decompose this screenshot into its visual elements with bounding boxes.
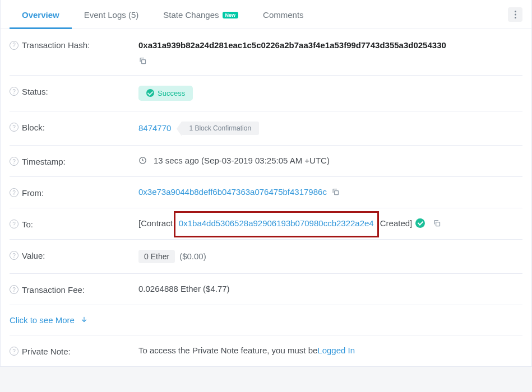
- from-address-link[interactable]: 0x3e73a9044b8deff6b047363a076475bf431798…: [138, 187, 327, 197]
- tabs-bar: Overview Event Logs (5) State Changes Ne…: [1, 0, 531, 29]
- help-icon[interactable]: ?: [10, 123, 18, 132]
- label-status: ? Status:: [10, 86, 138, 96]
- svg-point-0: [515, 11, 516, 12]
- verify-icon: [415, 218, 425, 228]
- svg-point-1: [515, 13, 516, 15]
- see-more-text: Click to see More: [10, 315, 75, 325]
- tab-comments[interactable]: Comments: [251, 0, 316, 29]
- row-value: ? Value: 0 Ether ($0.00): [10, 240, 522, 274]
- label-text: Status:: [22, 87, 48, 96]
- fee-text: 0.0264888 Ether ($4.77): [138, 284, 230, 293]
- label-fee: ? Transaction Fee:: [10, 284, 138, 295]
- see-more-link[interactable]: Click to see More: [10, 305, 522, 335]
- highlight-box: 0x1ba4dd5306528a92906193b070980ccb2322a2…: [174, 211, 379, 237]
- logged-in-link[interactable]: Logged In: [317, 346, 355, 355]
- value-fee: 0.0264888 Ether ($4.77): [138, 284, 522, 293]
- label-from: ? From:: [10, 187, 138, 198]
- block-confirmation-badge: 1 Block Confirmation: [181, 122, 259, 135]
- help-icon[interactable]: ?: [10, 251, 18, 260]
- value-tx-hash: 0xa31a939b82a24d281eac1c5c0226a2b7aa3f4e…: [138, 39, 522, 65]
- value-private-note: To access the Private Note feature, you …: [138, 346, 522, 355]
- label-text: Block:: [22, 123, 45, 132]
- help-icon[interactable]: ?: [10, 41, 18, 50]
- to-prefix: [Contract: [138, 218, 173, 228]
- label-private-note: ? Private Note:: [10, 346, 138, 356]
- tab-overview[interactable]: Overview: [10, 0, 72, 29]
- block-number-link[interactable]: 8474770: [138, 123, 171, 133]
- row-from: ? From: 0x3e73a9044b8deff6b047363a076475…: [10, 177, 522, 208]
- value-from: 0x3e73a9044b8deff6b047363a076475bf431798…: [138, 187, 522, 197]
- label-text: To:: [22, 220, 33, 229]
- value-timestamp: 13 secs ago (Sep-03-2019 03:25:05 AM +UT…: [138, 156, 522, 165]
- new-badge: New: [223, 12, 239, 18]
- help-icon[interactable]: ?: [10, 347, 18, 356]
- help-icon[interactable]: ?: [10, 285, 18, 294]
- to-address-link[interactable]: 0x1ba4dd5306528a92906193b070980ccb2322a2…: [179, 218, 374, 228]
- svg-rect-6: [436, 222, 440, 226]
- tab-state-changes-label: State Changes: [163, 10, 219, 20]
- row-fee: ? Transaction Fee: 0.0264888 Ether ($4.7…: [10, 274, 522, 305]
- help-icon[interactable]: ?: [10, 157, 18, 166]
- row-private-note: ? Private Note: To access the Private No…: [10, 335, 522, 366]
- private-note-text: To access the Private Note feature, you …: [138, 346, 317, 355]
- label-text: Transaction Fee:: [22, 285, 85, 295]
- usd-value: ($0.00): [179, 251, 206, 261]
- label-text: From:: [22, 188, 44, 198]
- timestamp-text: 13 secs ago (Sep-03-2019 03:25:05 AM +UT…: [154, 156, 330, 165]
- transaction-panel: Overview Event Logs (5) State Changes Ne…: [0, 0, 532, 367]
- help-icon[interactable]: ?: [10, 220, 18, 228]
- clock-icon: [138, 156, 147, 165]
- help-icon[interactable]: ?: [10, 188, 18, 197]
- ether-badge: 0 Ether: [138, 250, 175, 263]
- tab-event-logs[interactable]: Event Logs (5): [72, 0, 151, 29]
- svg-rect-3: [142, 59, 146, 63]
- tab-state-changes[interactable]: State Changes New: [151, 0, 251, 29]
- copy-icon[interactable]: [433, 219, 441, 227]
- help-icon[interactable]: ?: [10, 87, 18, 96]
- value-status: Success: [138, 86, 522, 101]
- value-value: 0 Ether ($0.00): [138, 250, 522, 263]
- label-text: Timestamp:: [22, 157, 66, 166]
- more-menu-button[interactable]: [508, 7, 522, 22]
- kebab-icon: [515, 11, 516, 18]
- content-area: ? Transaction Hash: 0xa31a939b82a24d281e…: [1, 29, 531, 366]
- status-text: Success: [158, 89, 185, 97]
- row-status: ? Status: Success: [10, 76, 522, 111]
- value-block: 8474770 1 Block Confirmation: [138, 122, 522, 135]
- label-text: Private Note:: [22, 347, 71, 356]
- label-block: ? Block:: [10, 122, 138, 132]
- value-to: [Contract 0x1ba4dd5306528a92906193b07098…: [138, 218, 522, 228]
- label-value: ? Value:: [10, 250, 138, 260]
- status-badge: Success: [138, 86, 193, 101]
- copy-icon[interactable]: [138, 57, 147, 65]
- arrow-down-icon: [80, 316, 88, 324]
- label-timestamp: ? Timestamp:: [10, 156, 138, 166]
- copy-icon[interactable]: [331, 188, 340, 196]
- tx-hash-text: 0xa31a939b82a24d281eac1c5c0226a2b7aa3f4e…: [138, 39, 446, 52]
- to-suffix: Created]: [380, 218, 413, 228]
- label-to: ? To:: [10, 218, 138, 229]
- label-tx-hash: ? Transaction Hash:: [10, 39, 138, 50]
- row-block: ? Block: 8474770 1 Block Confirmation: [10, 111, 522, 146]
- check-icon: [146, 89, 154, 97]
- svg-rect-5: [335, 190, 339, 194]
- row-tx-hash: ? Transaction Hash: 0xa31a939b82a24d281e…: [10, 29, 522, 76]
- label-text: Transaction Hash:: [22, 40, 90, 50]
- label-text: Value:: [22, 251, 45, 260]
- row-timestamp: ? Timestamp: 13 secs ago (Sep-03-2019 03…: [10, 146, 522, 177]
- svg-point-2: [515, 17, 516, 18]
- row-to: ? To: [Contract 0x1ba4dd5306528a92906193…: [10, 208, 522, 240]
